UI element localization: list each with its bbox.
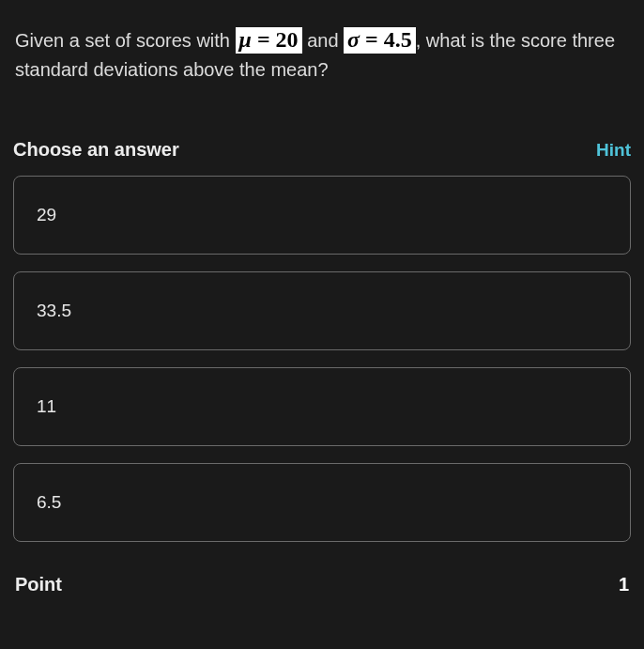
answer-option[interactable]: 6.5 <box>13 463 631 542</box>
formula-sigma: σ = 4.5 <box>344 27 416 54</box>
answer-option[interactable]: 29 <box>13 176 631 255</box>
question-mid: and <box>302 30 344 51</box>
hint-button[interactable]: Hint <box>596 140 631 161</box>
answer-option-label: 11 <box>37 396 56 416</box>
choose-answer-label: Choose an answer <box>13 139 179 161</box>
answer-option-label: 33.5 <box>37 301 71 320</box>
point-row: Point 1 <box>13 542 631 595</box>
question-prefix: Given a set of scores with <box>15 30 236 51</box>
answer-option[interactable]: 33.5 <box>13 271 631 350</box>
formula-mu: μ = 20 <box>236 27 302 54</box>
point-value: 1 <box>619 574 629 595</box>
answers-header: Choose an answer Hint <box>13 122 631 176</box>
options-list: 29 33.5 11 6.5 <box>13 176 631 542</box>
question-text: Given a set of scores with μ = 20 and σ … <box>13 13 631 122</box>
answer-option[interactable]: 11 <box>13 367 631 446</box>
point-label: Point <box>15 574 62 595</box>
answer-option-label: 6.5 <box>37 492 61 512</box>
answer-option-label: 29 <box>37 205 56 224</box>
